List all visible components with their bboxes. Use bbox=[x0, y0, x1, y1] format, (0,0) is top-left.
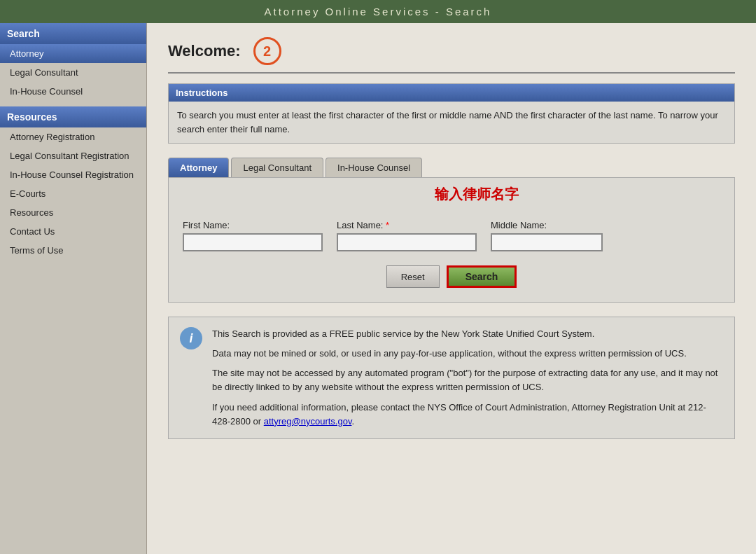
welcome-title: Welcome: bbox=[168, 42, 241, 60]
sidebar-resources-header: Resources bbox=[0, 106, 146, 127]
sidebar-item-contact-us[interactable]: Contact Us bbox=[0, 222, 146, 241]
sidebar: Search Attorney Legal Consultant In-Hous… bbox=[0, 23, 147, 554]
sidebar-item-ecourts[interactable]: E-Courts bbox=[0, 184, 146, 203]
first-name-input[interactable] bbox=[183, 233, 323, 251]
info-icon: i bbox=[180, 327, 202, 349]
sidebar-search-header: Search bbox=[0, 23, 146, 44]
form-fields: First Name: Last Name: * Middle Name: bbox=[183, 220, 720, 251]
middle-name-input[interactable] bbox=[491, 233, 603, 251]
sidebar-item-terms-of-use[interactable]: Terms of Use bbox=[0, 241, 146, 260]
middle-name-group: Middle Name: bbox=[491, 220, 603, 251]
last-name-group: Last Name: * bbox=[337, 220, 477, 251]
sidebar-item-legal-consultant-registration[interactable]: Legal Consultant Registration bbox=[0, 146, 146, 165]
tab-attorney[interactable]: Attorney bbox=[168, 158, 229, 177]
instructions-header: Instructions bbox=[169, 84, 734, 102]
sidebar-item-in-house-counsel-registration[interactable]: In-House Counsel Registration bbox=[0, 165, 146, 184]
info-text: This Search is provided as a FREE public… bbox=[212, 327, 723, 429]
sidebar-item-legal-consultant[interactable]: Legal Consultant bbox=[0, 63, 146, 82]
top-bar: Attorney Online Services - Search bbox=[0, 0, 756, 23]
main-content: Welcome: 2 Instructions To search you mu… bbox=[147, 23, 756, 554]
first-name-label: First Name: bbox=[183, 220, 323, 230]
info-paragraph-2: Data may not be mined or sold, or used i… bbox=[212, 347, 723, 361]
info-box: i This Search is provided as a FREE publ… bbox=[168, 317, 735, 439]
sidebar-item-in-house-counsel[interactable]: In-House Counsel bbox=[0, 82, 146, 101]
button-row: Reset Search bbox=[183, 265, 720, 288]
info-paragraph-1: This Search is provided as a FREE public… bbox=[212, 327, 723, 341]
reset-button[interactable]: Reset bbox=[386, 265, 440, 288]
info-paragraph-4: If you need additional information, plea… bbox=[212, 401, 723, 429]
middle-name-label: Middle Name: bbox=[491, 220, 603, 230]
sidebar-item-attorney-registration[interactable]: Attorney Registration bbox=[0, 127, 146, 146]
welcome-header: Welcome: 2 bbox=[168, 37, 735, 74]
tab-legal-consultant[interactable]: Legal Consultant bbox=[231, 158, 323, 177]
search-button[interactable]: Search bbox=[447, 265, 517, 288]
top-bar-title: Attorney Online Services - Search bbox=[265, 6, 492, 18]
last-name-input[interactable] bbox=[337, 233, 477, 251]
sidebar-item-resources[interactable]: Resources bbox=[0, 203, 146, 222]
info-paragraph-3: The site may not be accessed by any auto… bbox=[212, 366, 723, 394]
instructions-text: To search you must enter at least the fi… bbox=[169, 102, 734, 143]
info-email-link[interactable]: attyreg@nycourts.gov bbox=[264, 416, 352, 427]
last-name-label: Last Name: * bbox=[337, 220, 477, 230]
last-name-required: * bbox=[386, 220, 389, 230]
search-form-area: 输入律师名字 First Name: Last Name: * Middle N… bbox=[168, 177, 735, 303]
sidebar-item-attorney[interactable]: Attorney bbox=[0, 44, 146, 63]
first-name-group: First Name: bbox=[183, 220, 323, 251]
tab-in-house-counsel[interactable]: In-House Counsel bbox=[326, 158, 422, 177]
chinese-annotation: 输入律师名字 bbox=[435, 185, 519, 204]
instructions-box: Instructions To search you must enter at… bbox=[168, 83, 735, 144]
tabs-container: Attorney Legal Consultant In-House Couns… bbox=[168, 158, 735, 177]
circle-number: 2 bbox=[253, 37, 281, 65]
